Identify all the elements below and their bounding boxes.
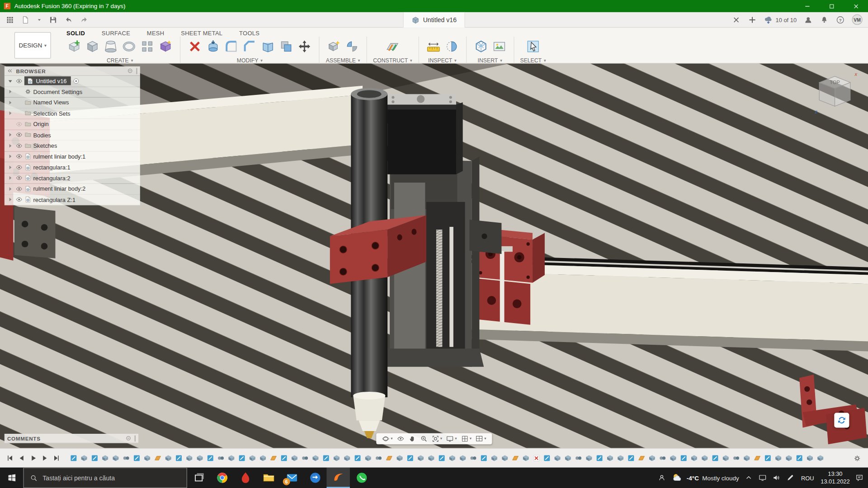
joint-tool[interactable] bbox=[344, 38, 360, 55]
ribbon-tab[interactable]: SURFACE bbox=[102, 30, 130, 37]
comments-header[interactable]: COMMENTS bbox=[5, 434, 138, 443]
timeline-feature[interactable] bbox=[732, 454, 740, 462]
insert-mesh-tool[interactable] bbox=[472, 38, 489, 55]
taskbar-app[interactable] bbox=[210, 468, 233, 488]
timeline-settings-icon[interactable] bbox=[853, 454, 861, 462]
timeline-feature[interactable] bbox=[553, 454, 561, 462]
step-back-icon[interactable] bbox=[17, 454, 26, 463]
activate-component-radio[interactable] bbox=[73, 77, 80, 84]
people-icon[interactable] bbox=[658, 474, 666, 482]
minimize-comments-icon[interactable] bbox=[126, 436, 131, 441]
app-grid-menu-icon[interactable] bbox=[5, 15, 14, 24]
viewport-3d-scene[interactable]: TOP x z BROWSER Untitled v16 bbox=[0, 64, 868, 448]
new-component-tool[interactable] bbox=[326, 38, 342, 55]
timeline-feature[interactable] bbox=[617, 454, 624, 462]
visibility-eye-icon[interactable] bbox=[15, 174, 23, 182]
panel-grip[interactable] bbox=[136, 68, 137, 74]
nav-caret-icon[interactable]: ▾ bbox=[470, 436, 472, 441]
timeline-feature[interactable] bbox=[280, 454, 288, 462]
nav-tool[interactable]: ▾ bbox=[446, 435, 457, 442]
timeline-feature[interactable] bbox=[438, 454, 446, 462]
timeline-feature[interactable] bbox=[690, 454, 698, 462]
browser-item[interactable]: Document Settings bbox=[5, 87, 140, 98]
timeline-feature[interactable] bbox=[543, 454, 551, 462]
browser-item[interactable]: rectangulara:1 bbox=[5, 162, 140, 173]
move-tool[interactable] bbox=[296, 38, 313, 55]
timeline-feature[interactable] bbox=[406, 454, 414, 462]
play-icon[interactable] bbox=[29, 454, 38, 463]
timeline-feature[interactable] bbox=[711, 454, 719, 462]
undo-icon[interactable] bbox=[64, 15, 73, 24]
nav-caret-icon[interactable]: ▾ bbox=[484, 436, 486, 441]
timeline-feature[interactable] bbox=[533, 454, 540, 462]
visibility-eye-icon[interactable] bbox=[15, 185, 23, 192]
file-menu-caret-icon[interactable] bbox=[37, 17, 42, 22]
timeline-feature[interactable] bbox=[491, 454, 498, 462]
job-status[interactable]: 10 of 10 bbox=[764, 15, 797, 24]
expander-icon[interactable] bbox=[7, 88, 14, 95]
timeline-feature[interactable] bbox=[364, 454, 372, 462]
minimize-button[interactable] bbox=[795, 0, 819, 12]
expander-icon[interactable] bbox=[7, 164, 14, 171]
skip-to-start-icon[interactable] bbox=[5, 454, 14, 463]
shell-tool[interactable] bbox=[259, 38, 276, 55]
ribbon-group-label[interactable]: ASSEMBLE▾ bbox=[326, 57, 360, 63]
visibility-eye-icon[interactable] bbox=[15, 121, 23, 128]
nav-tool[interactable]: ▾ bbox=[420, 435, 427, 442]
timeline-feature[interactable] bbox=[154, 454, 161, 462]
workspace-selector[interactable]: DESIGN ▾ bbox=[14, 32, 51, 59]
browser-item[interactable]: Origin bbox=[5, 119, 140, 130]
ribbon-group-label[interactable]: CREATE▾ bbox=[107, 57, 133, 63]
timeline-feature[interactable] bbox=[91, 454, 99, 462]
view-cube[interactable]: TOP x z bbox=[811, 69, 859, 117]
language-indicator[interactable]: ROU bbox=[800, 474, 815, 481]
timeline-feature[interactable] bbox=[480, 454, 488, 462]
browser-root-item[interactable]: Untitled v16 bbox=[5, 76, 140, 87]
visibility-eye-icon[interactable] bbox=[15, 164, 23, 171]
timeline-feature[interactable] bbox=[269, 454, 277, 462]
timeline-feature[interactable] bbox=[354, 454, 361, 462]
ribbon-group-label[interactable]: MODIFY▾ bbox=[237, 57, 263, 63]
document-tab[interactable]: Untitled v16 bbox=[403, 12, 465, 28]
taskbar-app[interactable] bbox=[303, 468, 326, 488]
timeline-feature[interactable] bbox=[343, 454, 351, 462]
construct-plane-tool[interactable] bbox=[384, 38, 401, 55]
timeline-feature[interactable] bbox=[469, 454, 477, 462]
timeline-feature[interactable] bbox=[774, 454, 782, 462]
timeline-feature[interactable] bbox=[196, 454, 203, 462]
timeline-feature[interactable] bbox=[143, 454, 151, 462]
timeline-feature[interactable] bbox=[101, 454, 109, 462]
taskbar-app[interactable] bbox=[350, 468, 373, 488]
notifications-bell-icon[interactable] bbox=[820, 15, 829, 24]
solid-box-tool[interactable] bbox=[84, 38, 101, 55]
action-center-icon[interactable] bbox=[855, 474, 863, 482]
weather-widget[interactable]: -4°C Mostly cloudy bbox=[672, 472, 739, 483]
timeline-feature[interactable] bbox=[427, 454, 435, 462]
search-input[interactable] bbox=[42, 474, 180, 481]
timeline-feature[interactable] bbox=[207, 454, 214, 462]
timeline-feature[interactable] bbox=[175, 454, 183, 462]
browser-item[interactable]: Selection Sets bbox=[5, 108, 140, 119]
timeline-feature[interactable] bbox=[385, 454, 393, 462]
nav-tool[interactable]: ▾ bbox=[476, 435, 486, 442]
expander-icon[interactable] bbox=[7, 131, 14, 139]
create-sketch-tool[interactable] bbox=[66, 38, 83, 55]
timeline-feature[interactable] bbox=[249, 454, 256, 462]
visibility-eye-icon[interactable] bbox=[15, 142, 23, 149]
nav-tool[interactable]: ▾ bbox=[396, 435, 404, 442]
chamfer-tool[interactable] bbox=[241, 38, 258, 55]
ribbon-tab[interactable]: MESH bbox=[147, 30, 165, 37]
ribbon-tab[interactable]: TOOLS bbox=[239, 30, 259, 37]
timeline-feature[interactable] bbox=[585, 454, 593, 462]
maximize-button[interactable] bbox=[819, 0, 844, 12]
timeline-feature[interactable] bbox=[291, 454, 298, 462]
canvas-tool[interactable] bbox=[491, 38, 508, 55]
nav-caret-icon[interactable]: ▾ bbox=[440, 436, 442, 441]
timeline-feature[interactable] bbox=[459, 454, 467, 462]
nav-tool[interactable]: ▾ bbox=[461, 435, 472, 442]
browser-item[interactable]: Bodies bbox=[5, 130, 140, 141]
timeline-feature[interactable] bbox=[596, 454, 604, 462]
timeline-feature[interactable] bbox=[754, 454, 761, 462]
nav-tool[interactable]: ▾ bbox=[408, 435, 416, 442]
timeline-feature[interactable] bbox=[701, 454, 708, 462]
